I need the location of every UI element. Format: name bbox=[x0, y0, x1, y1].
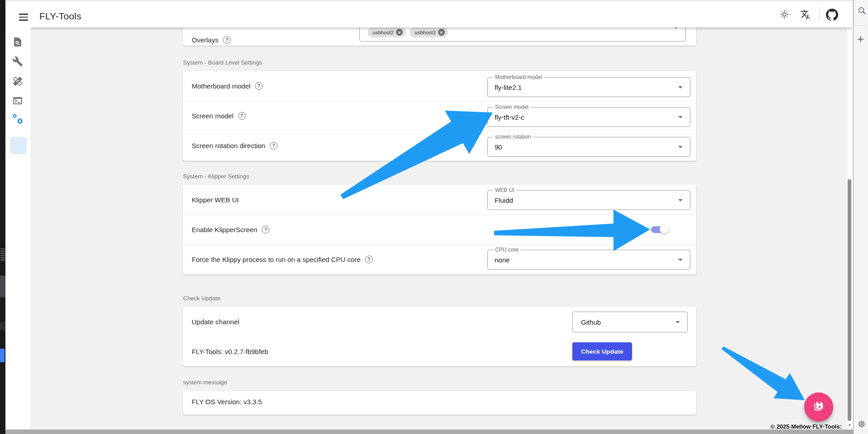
sidebar-item-wrench[interactable] bbox=[12, 56, 23, 67]
section-title-board: System - Board Level Settings bbox=[183, 59, 262, 66]
field-label: Klipper WEB UI bbox=[192, 196, 239, 204]
copyright-text: © 2025 Mellow FLY-Tools: bbox=[678, 423, 842, 430]
klipper-webui-select[interactable]: WEB UI Fluidd bbox=[487, 190, 690, 210]
select-value: Fluidd bbox=[495, 191, 513, 210]
help-icon[interactable]: ? bbox=[223, 36, 231, 44]
chevron-down-icon bbox=[675, 321, 680, 323]
motherboard-model-label: Motherboard model ? bbox=[192, 81, 263, 91]
browser-side-panel bbox=[854, 0, 868, 434]
sidebar-item-settings[interactable] bbox=[12, 113, 23, 124]
github-icon[interactable] bbox=[826, 9, 838, 23]
field-label: Overlays bbox=[192, 36, 218, 44]
screen-model-label: Screen model ? bbox=[192, 111, 246, 121]
chevron-down-icon bbox=[678, 146, 683, 148]
background-segment bbox=[0, 275, 5, 297]
field-label: Force the Klippy process to run on a spe… bbox=[192, 256, 361, 263]
select-value: fly-tft-v2-c bbox=[495, 107, 524, 126]
translate-icon[interactable] bbox=[800, 9, 811, 22]
field-label: FLY-Tools: v0.2.7-fb9bfeb bbox=[192, 348, 268, 355]
toolbar-divider bbox=[819, 8, 820, 21]
row-divider bbox=[183, 101, 696, 101]
screen-rotation-select[interactable]: screen rotation 90 bbox=[487, 137, 690, 157]
overlay-chip[interactable]: usbhost3 ✕ bbox=[410, 27, 448, 37]
background-texture bbox=[0, 248, 5, 262]
scrollbar-thumb[interactable] bbox=[848, 179, 851, 421]
field-label: Screen rotation direction bbox=[192, 142, 265, 149]
row-divider bbox=[183, 244, 696, 245]
toggle-thumb bbox=[660, 224, 669, 234]
background-window-edge bbox=[0, 0, 5, 434]
sidebar-item-document-search[interactable] bbox=[12, 37, 23, 47]
active-item-background bbox=[10, 137, 27, 154]
field-label: Screen model bbox=[192, 112, 234, 120]
check-update-button[interactable]: Check Update bbox=[572, 342, 632, 360]
save-all-icon bbox=[812, 400, 825, 414]
update-channel-select[interactable]: Github bbox=[572, 312, 688, 332]
klippy-cpu-core-label: Force the Klippy process to run on a spe… bbox=[192, 254, 373, 264]
screen-model-select[interactable]: Screen model fly-tft-v2-c bbox=[487, 107, 690, 127]
background-segment bbox=[0, 322, 5, 330]
chip-close-icon[interactable]: ✕ bbox=[396, 29, 403, 36]
gear-icon[interactable] bbox=[857, 420, 866, 430]
brightness-icon[interactable] bbox=[779, 9, 790, 22]
section-title-update: Check Update bbox=[183, 295, 220, 302]
chip-close-icon[interactable]: ✕ bbox=[438, 29, 445, 36]
field-label: Motherboard model bbox=[192, 82, 250, 90]
search-icon[interactable] bbox=[857, 6, 867, 18]
field-label: Enable KlipperScreen bbox=[192, 226, 257, 233]
klipper-webui-label: Klipper WEB UI bbox=[192, 195, 239, 205]
row-divider bbox=[183, 215, 696, 215]
row-divider bbox=[183, 131, 696, 131]
save-fab-button[interactable] bbox=[804, 392, 833, 421]
menu-icon[interactable] bbox=[17, 10, 30, 24]
scrollbar-down-arrow[interactable]: ▼ bbox=[847, 423, 853, 427]
sidebar-item-terminal[interactable] bbox=[12, 95, 23, 106]
app-bar: FLY-Tools bbox=[5, 1, 853, 28]
help-icon[interactable]: ? bbox=[365, 256, 373, 263]
chevron-down-icon bbox=[678, 116, 683, 118]
help-icon[interactable]: ? bbox=[270, 142, 278, 149]
system-message-text: FLY OS Version: v3.3.5 bbox=[192, 398, 262, 406]
klipperscreen-toggle[interactable] bbox=[651, 223, 671, 236]
panel-divider bbox=[855, 25, 867, 26]
app-title: FLY-Tools bbox=[39, 11, 81, 22]
cpu-core-select[interactable]: CPU core none bbox=[487, 250, 690, 270]
chevron-down-icon bbox=[678, 259, 683, 261]
section-title-system-message: system message bbox=[183, 379, 227, 386]
overlay-chip[interactable]: usbhost2 ✕ bbox=[368, 27, 406, 37]
help-icon[interactable]: ? bbox=[255, 82, 263, 90]
chip-label: usbhost2 bbox=[373, 30, 394, 35]
update-channel-label: Update channel bbox=[192, 317, 239, 327]
background-highlight bbox=[0, 349, 5, 362]
section-title-klipper: System - Klipper Settings bbox=[183, 173, 249, 180]
mini-sidebar bbox=[5, 28, 31, 429]
help-icon[interactable]: ? bbox=[238, 112, 246, 120]
enable-klipperscreen-label: Enable KlipperScreen ? bbox=[192, 224, 269, 234]
motherboard-model-select[interactable]: Motherboard model fly-lite2.1 bbox=[487, 77, 690, 97]
chevron-down-icon bbox=[678, 86, 683, 89]
select-value: Github bbox=[581, 312, 601, 332]
select-value: fly-lite2.1 bbox=[495, 78, 522, 97]
add-icon[interactable]: + bbox=[857, 33, 864, 44]
field-label: Update channel bbox=[192, 318, 239, 326]
select-value: 90 bbox=[495, 137, 502, 156]
sidebar-item-healing[interactable] bbox=[12, 76, 23, 87]
select-value: none bbox=[495, 250, 509, 269]
chevron-down-icon bbox=[678, 199, 683, 201]
help-icon[interactable]: ? bbox=[262, 226, 269, 233]
screen-rotation-label: Screen rotation direction ? bbox=[192, 140, 278, 150]
chip-label: usbhost3 bbox=[415, 30, 436, 35]
flytools-version-text: FLY-Tools: v0.2.7-fb9bfeb bbox=[192, 346, 268, 356]
overlays-row-label: Overlays ? bbox=[192, 35, 231, 45]
